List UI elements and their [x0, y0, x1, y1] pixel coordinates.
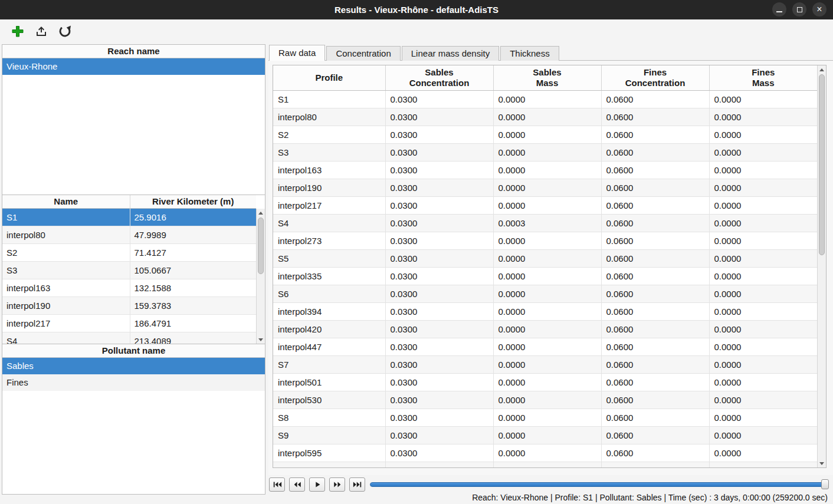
data-cell[interactable]: 0.0300 [385, 285, 493, 302]
profile-cell[interactable]: 132.1588 [130, 279, 256, 297]
profiles-scrollbar[interactable] [256, 209, 265, 344]
profile-row[interactable]: S3105.0667 [2, 261, 256, 279]
data-cell[interactable]: 0.0300 [385, 338, 493, 355]
data-cell[interactable]: 0.0000 [709, 320, 817, 338]
profiles-header-river-km[interactable]: River Kilometer (m) [130, 195, 256, 208]
data-row[interactable]: interpol3940.03000.00000.06000.0000 [273, 302, 817, 320]
profile-cell[interactable]: interpol217 [2, 314, 130, 332]
data-cell[interactable]: 0.0000 [709, 444, 817, 462]
profile-cell[interactable]: interpol80 [2, 226, 130, 243]
profile-row[interactable]: interpol217186.4791 [2, 314, 256, 332]
profile-cell[interactable]: 159.3783 [130, 297, 256, 314]
profiles-header-name[interactable]: Name [2, 195, 130, 208]
data-cell[interactable]: 0.0000 [493, 108, 601, 126]
data-cell[interactable]: 0.0300 [385, 462, 493, 468]
header-profile[interactable]: Profile [273, 65, 385, 90]
header-sables-mass[interactable]: SablesMass [493, 65, 601, 90]
data-cell[interactable]: 0.0000 [493, 373, 601, 391]
data-cell[interactable]: 0.0300 [385, 373, 493, 391]
data-cell[interactable]: interpol420 [273, 320, 385, 338]
data-cell[interactable]: 0.0000 [493, 249, 601, 267]
data-cell[interactable]: 0.0000 [493, 462, 601, 468]
data-cell[interactable]: 0.0300 [385, 320, 493, 338]
data-row[interactable]: interpol4470.03000.00000.06000.0000 [273, 338, 817, 355]
data-cell[interactable]: 0.0000 [709, 462, 817, 468]
time-slider-handle[interactable] [821, 479, 829, 489]
data-cell[interactable]: interpol273 [273, 232, 385, 249]
data-cell[interactable]: 0.0300 [385, 302, 493, 320]
data-cell[interactable]: 0.0000 [493, 320, 601, 338]
data-cell[interactable]: 0.0600 [601, 426, 709, 444]
data-cell[interactable]: 0.0000 [493, 143, 601, 161]
header-fines-concentration[interactable]: FinesConcentration [601, 65, 709, 90]
data-cell[interactable]: 0.0000 [709, 232, 817, 249]
data-cell[interactable]: 0.0600 [601, 126, 709, 143]
data-row[interactable]: interpol5010.03000.00000.06000.0000 [273, 373, 817, 391]
data-row[interactable]: interpol2730.03000.00000.06000.0000 [273, 232, 817, 249]
profile-row[interactable]: S271.4127 [2, 243, 256, 261]
data-cell[interactable]: 0.0600 [601, 161, 709, 179]
data-row[interactable]: S50.03000.00000.06000.0000 [273, 249, 817, 267]
data-row[interactable]: S10.03000.00000.06000.0000 [273, 90, 817, 108]
data-cell[interactable]: 0.0600 [601, 391, 709, 409]
profile-cell[interactable]: S4 [2, 332, 130, 344]
data-cell[interactable]: 0.0300 [385, 409, 493, 426]
data-row[interactable]: S30.03000.00000.06000.0000 [273, 143, 817, 161]
data-cell[interactable]: 0.0300 [385, 355, 493, 373]
data-cell[interactable]: S4 [273, 214, 385, 232]
data-cell[interactable]: 0.0000 [709, 90, 817, 108]
data-cell[interactable]: interpol530 [273, 391, 385, 409]
skip-to-start-button[interactable] [269, 477, 285, 492]
data-cell[interactable]: interpol501 [273, 373, 385, 391]
data-row[interactable]: interpol800.03000.00000.06000.0000 [273, 108, 817, 126]
data-cell[interactable]: 0.0000 [709, 249, 817, 267]
profile-row[interactable]: interpol163132.1588 [2, 279, 256, 297]
data-row[interactable]: S40.03000.00030.06000.0000 [273, 214, 817, 232]
data-cell[interactable]: 0.0300 [385, 143, 493, 161]
data-cell[interactable]: 0.0600 [601, 179, 709, 196]
data-cell[interactable]: S7 [273, 355, 385, 373]
data-cell[interactable]: interpol394 [273, 302, 385, 320]
data-cell[interactable]: 0.0600 [601, 444, 709, 462]
tab-thickness[interactable]: Thickness [500, 46, 559, 61]
reach-item[interactable]: Vieux-Rhone [2, 58, 265, 75]
data-cell[interactable]: 0.0000 [493, 126, 601, 143]
data-cell[interactable]: S6 [273, 285, 385, 302]
data-cell[interactable]: 0.0600 [601, 338, 709, 355]
data-cell[interactable]: 0.0000 [709, 426, 817, 444]
profile-cell[interactable]: S2 [2, 243, 130, 261]
data-cell[interactable]: 0.0000 [493, 161, 601, 179]
tab-concentration[interactable]: Concentration [326, 46, 400, 61]
data-cell[interactable]: 0.0600 [601, 355, 709, 373]
data-cell[interactable]: S9 [273, 426, 385, 444]
data-cell[interactable]: 0.0300 [385, 161, 493, 179]
data-cell[interactable]: 0.0300 [385, 391, 493, 409]
scrollbar-thumb[interactable] [258, 218, 264, 274]
scroll-down-icon[interactable] [818, 459, 826, 467]
data-cell[interactable]: interpol217 [273, 196, 385, 214]
profile-cell[interactable]: S1 [2, 208, 130, 226]
data-row[interactable]: S70.03000.00000.06000.0000 [273, 355, 817, 373]
data-cell[interactable]: interpol163 [273, 161, 385, 179]
data-cell[interactable]: S1 [273, 90, 385, 108]
data-cell[interactable]: 0.0600 [601, 196, 709, 214]
data-cell[interactable]: 0.0300 [385, 444, 493, 462]
data-cell[interactable]: 0.0000 [709, 179, 817, 196]
data-row[interactable]: S20.03000.00000.06000.0000 [273, 126, 817, 143]
profile-cell[interactable]: 105.0667 [130, 261, 256, 279]
data-cell[interactable]: 0.0600 [601, 249, 709, 267]
data-cell[interactable]: 0.0600 [601, 409, 709, 426]
data-row[interactable]: S100.03000.00000.06000.0000 [273, 462, 817, 468]
data-cell[interactable]: S10 [273, 462, 385, 468]
data-cell[interactable]: 0.0300 [385, 214, 493, 232]
data-cell[interactable]: 0.0300 [385, 179, 493, 196]
data-cell[interactable]: 0.0000 [493, 267, 601, 285]
pollutant-item[interactable]: Sables [2, 358, 265, 374]
data-row[interactable]: interpol4200.03000.00000.06000.0000 [273, 320, 817, 338]
data-row[interactable]: interpol1900.03000.00000.06000.0000 [273, 179, 817, 196]
data-cell[interactable]: 0.0000 [709, 126, 817, 143]
profile-row[interactable]: interpol8047.9989 [2, 226, 256, 243]
data-cell[interactable]: S5 [273, 249, 385, 267]
profile-cell[interactable]: 186.4791 [130, 314, 256, 332]
data-cell[interactable]: 0.0000 [493, 196, 601, 214]
